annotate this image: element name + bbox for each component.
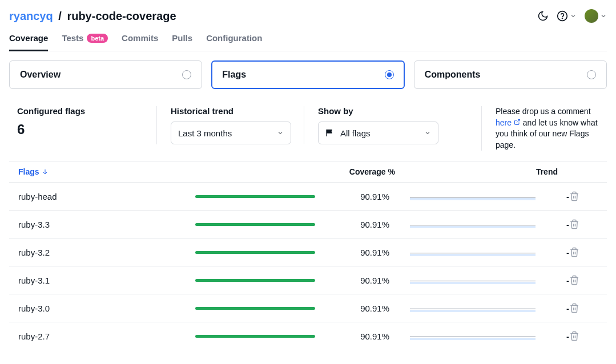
trend-select-value: Last 3 months bbox=[178, 128, 232, 138]
feedback-pre: Please drop us a comment bbox=[496, 107, 591, 116]
coverage-percent: 90.91% bbox=[332, 248, 389, 257]
chevron-down-icon bbox=[277, 130, 284, 136]
top-icons bbox=[537, 9, 607, 23]
column-flags[interactable]: Flags bbox=[18, 167, 195, 176]
trend-sparkline bbox=[389, 332, 536, 340]
trend-select[interactable]: Last 3 months bbox=[171, 122, 291, 144]
trend-value: - bbox=[536, 331, 569, 341]
trend-value: - bbox=[536, 276, 569, 285]
breadcrumb: ryancyq / ruby-code-coverage bbox=[9, 10, 176, 23]
trash-icon bbox=[569, 303, 579, 313]
table-body: ruby-head 90.91% - ruby-3.3 90.91% - rub… bbox=[9, 182, 607, 350]
configured-flags-title: Configured flags bbox=[17, 106, 144, 116]
flag-name[interactable]: ruby-2.7 bbox=[18, 331, 195, 341]
trend-sparkline bbox=[389, 220, 536, 228]
column-flags-label: Flags bbox=[18, 167, 39, 176]
delete-button[interactable] bbox=[569, 247, 598, 257]
showby-title: Show by bbox=[318, 106, 438, 116]
flag-name[interactable]: ruby-3.3 bbox=[18, 220, 195, 229]
chevron-down-icon bbox=[424, 130, 431, 136]
delete-button[interactable] bbox=[569, 331, 598, 341]
table-row: ruby-3.3 90.91% - bbox=[9, 210, 607, 238]
flag-icon bbox=[325, 128, 335, 137]
table-header: Flags Coverage % Trend bbox=[9, 161, 607, 182]
breadcrumb-separator: / bbox=[56, 10, 64, 22]
sub-tab-label: Components bbox=[425, 70, 481, 80]
radio-on-icon bbox=[385, 70, 394, 79]
feedback-text: Please drop us a comment here and let us… bbox=[481, 106, 607, 151]
trend-value: - bbox=[536, 220, 569, 229]
column-coverage[interactable]: Coverage % bbox=[195, 167, 395, 176]
svg-line-2 bbox=[517, 119, 520, 123]
delete-button[interactable] bbox=[569, 275, 598, 285]
controls-bar: Configured flags 6 Historical trend Last… bbox=[9, 99, 607, 161]
coverage-percent: 90.91% bbox=[332, 276, 389, 285]
table-row: ruby-3.1 90.91% - bbox=[9, 266, 607, 294]
external-link-icon bbox=[514, 119, 521, 126]
trend-sparkline bbox=[389, 276, 536, 284]
trash-icon bbox=[569, 275, 579, 285]
column-trend[interactable]: Trend bbox=[395, 167, 598, 176]
nav-tabs: Coverage Tests beta Commits Pulls Config… bbox=[9, 29, 607, 51]
delete-button[interactable] bbox=[569, 303, 598, 313]
sub-tab-components[interactable]: Components bbox=[414, 60, 607, 89]
breadcrumb-repo[interactable]: ruby-code-coverage bbox=[67, 10, 176, 22]
flag-name[interactable]: ruby-3.1 bbox=[18, 276, 195, 285]
configured-flags-count: 6 bbox=[17, 122, 144, 137]
breadcrumb-owner[interactable]: ryancyq bbox=[9, 10, 53, 22]
delete-button[interactable] bbox=[569, 219, 598, 229]
feedback-link-text: here bbox=[496, 118, 512, 127]
coverage-bar bbox=[195, 307, 332, 310]
sub-tab-label: Overview bbox=[20, 70, 61, 80]
showby-block: Show by All flags bbox=[304, 106, 441, 144]
showby-select-value: All flags bbox=[340, 128, 371, 138]
radio-off-icon bbox=[587, 70, 596, 79]
tab-commits[interactable]: Commits bbox=[122, 29, 158, 51]
radio-off-icon bbox=[182, 70, 191, 79]
table-row: ruby-2.7 90.91% - bbox=[9, 322, 607, 350]
sub-tab-overview[interactable]: Overview bbox=[9, 60, 202, 89]
tab-pulls[interactable]: Pulls bbox=[172, 29, 192, 51]
tab-coverage[interactable]: Coverage bbox=[9, 29, 48, 51]
coverage-percent: 90.91% bbox=[332, 331, 389, 341]
help-menu[interactable] bbox=[557, 10, 577, 22]
showby-select[interactable]: All flags bbox=[318, 122, 438, 144]
coverage-bar bbox=[195, 335, 332, 338]
trend-value: - bbox=[536, 192, 569, 201]
sub-tabs: Overview Flags Components bbox=[9, 60, 607, 89]
trash-icon bbox=[569, 191, 579, 201]
trend-sparkline bbox=[389, 192, 536, 200]
svg-point-0 bbox=[558, 11, 567, 21]
configured-flags-block: Configured flags 6 bbox=[9, 106, 146, 137]
sort-down-icon bbox=[42, 168, 49, 175]
trend-block: Historical trend Last 3 months bbox=[156, 106, 293, 144]
coverage-bar bbox=[195, 195, 332, 198]
tab-configuration[interactable]: Configuration bbox=[206, 29, 262, 51]
table-row: ruby-3.2 90.91% - bbox=[9, 238, 607, 266]
feedback-link[interactable]: here bbox=[496, 118, 521, 127]
trash-icon bbox=[569, 331, 579, 341]
flag-name[interactable]: ruby-head bbox=[18, 192, 195, 201]
user-menu[interactable] bbox=[585, 9, 607, 23]
coverage-bar bbox=[195, 223, 332, 226]
delete-button[interactable] bbox=[569, 191, 598, 201]
beta-badge: beta bbox=[87, 34, 108, 43]
sub-tab-label: Flags bbox=[222, 70, 246, 80]
svg-point-1 bbox=[562, 18, 563, 19]
chevron-down-icon bbox=[600, 13, 607, 19]
avatar bbox=[585, 9, 598, 23]
flag-name[interactable]: ruby-3.0 bbox=[18, 304, 195, 313]
top-bar: ryancyq / ruby-code-coverage bbox=[9, 9, 607, 23]
sub-tab-flags[interactable]: Flags bbox=[211, 60, 404, 89]
trash-icon bbox=[569, 247, 579, 257]
coverage-bar bbox=[195, 279, 332, 282]
coverage-percent: 90.91% bbox=[332, 304, 389, 313]
flag-name[interactable]: ruby-3.2 bbox=[18, 248, 195, 257]
theme-toggle-icon[interactable] bbox=[537, 10, 549, 22]
tab-tests[interactable]: Tests beta bbox=[62, 29, 108, 51]
table-row: ruby-head 90.91% - bbox=[9, 182, 607, 210]
trend-title: Historical trend bbox=[171, 106, 291, 116]
trend-value: - bbox=[536, 248, 569, 257]
trend-sparkline bbox=[389, 248, 536, 256]
table-row: ruby-3.0 90.91% - bbox=[9, 294, 607, 322]
